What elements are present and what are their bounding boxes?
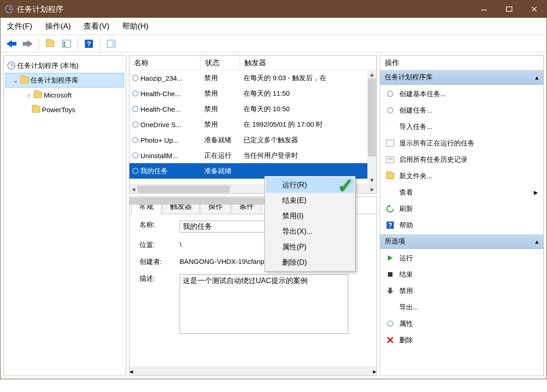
tree-microsoft-label: Microsoft bbox=[44, 91, 72, 99]
svg-marker-20 bbox=[388, 255, 392, 261]
table-row[interactable]: OneDrive S...禁用在 1992/05/01 的 17:00 时 bbox=[129, 117, 377, 132]
table-row[interactable]: Health-Che...禁用在每天的 11:50 bbox=[129, 86, 377, 101]
menu-view[interactable]: 查看(V) bbox=[83, 21, 109, 31]
task-icon bbox=[387, 320, 393, 327]
section-library[interactable]: 任务计划程序库 ▴ bbox=[380, 70, 543, 85]
action-import[interactable]: 导入任务... bbox=[383, 119, 541, 135]
nav-back-button[interactable] bbox=[4, 37, 19, 51]
svg-rect-8 bbox=[63, 45, 65, 46]
action-pane-button[interactable] bbox=[104, 37, 119, 51]
task-list: 名称 状态 触发器 Haozip_234...禁用在每天的 9:03 - 触发后… bbox=[129, 55, 377, 194]
action-create[interactable]: 创建任务... bbox=[383, 102, 541, 119]
selected-actions: 运行 结束 禁用 导出... 属性 删除 bbox=[380, 249, 543, 349]
collapse-icon[interactable]: ▴ bbox=[535, 73, 539, 82]
task-icon bbox=[132, 168, 139, 174]
close-button[interactable] bbox=[521, 0, 547, 18]
table-row[interactable]: Photo+ Up...准备就绪已定义多个触发器 bbox=[129, 132, 377, 148]
minimize-button[interactable] bbox=[471, 0, 496, 18]
tree-library[interactable]: ⌄ 任务计划程序库 bbox=[5, 73, 124, 88]
svg-marker-5 bbox=[23, 40, 33, 47]
action-create-basic[interactable]: 创建基本任务... bbox=[383, 86, 541, 102]
action-new-folder[interactable]: 新文件夹... bbox=[383, 168, 541, 184]
collapse-icon[interactable]: ▴ bbox=[535, 237, 539, 246]
library-actions: 创建基本任务... 创建任务... 导入任务... 显示所有正在运行的任务 启用… bbox=[380, 85, 543, 234]
scroll-left-icon[interactable]: ◂ bbox=[129, 185, 138, 193]
field-desc[interactable] bbox=[180, 274, 348, 334]
context-delete[interactable]: 删除(D) bbox=[266, 255, 354, 270]
scroll-down-icon[interactable]: ▾ bbox=[367, 176, 377, 184]
table-row[interactable]: Haozip_234...禁用在每天的 9:03 - 触发后，在 bbox=[129, 70, 377, 86]
detail-scrollbar[interactable]: ◂▸ bbox=[129, 366, 377, 376]
menu-action[interactable]: 操作(A) bbox=[45, 21, 71, 31]
action-show-running[interactable]: 显示所有正在运行的任务 bbox=[383, 135, 541, 151]
action-help[interactable]: ?帮助 bbox=[383, 217, 541, 233]
context-export[interactable]: 导出(X)... bbox=[266, 224, 354, 239]
task-icon bbox=[132, 152, 139, 159]
lbl-creator: 创建者: bbox=[139, 258, 180, 266]
section-selected[interactable]: 所选项 ▴ bbox=[380, 234, 543, 249]
scheduler-icon bbox=[7, 62, 15, 70]
table-row[interactable]: UninstallM...正在运行当任何用户登录时 bbox=[129, 148, 377, 163]
nav-tree[interactable]: 任务计划程序 (本地) ⌄ 任务计划程序库 › Microsoft PowerT… bbox=[3, 55, 126, 376]
refresh-icon bbox=[386, 205, 395, 213]
svg-text:?: ? bbox=[388, 221, 392, 229]
main-window: 任务计划程序 文件(F) 操作(A) 查看(V) 帮助(H) ? 任务计划程序 … bbox=[0, 0, 547, 379]
titlebar: 任务计划程序 bbox=[0, 0, 547, 18]
svg-marker-22 bbox=[387, 288, 393, 294]
action-disable[interactable]: 禁用 bbox=[383, 283, 541, 299]
task-icon bbox=[132, 137, 139, 143]
menu-help[interactable]: 帮助(H) bbox=[122, 21, 149, 31]
maximize-button[interactable] bbox=[496, 0, 521, 18]
collapse-icon[interactable]: ⌄ bbox=[12, 76, 19, 84]
table-row[interactable]: Health-Che...禁用在每天的 10:50 bbox=[129, 101, 377, 117]
action-end[interactable]: 结束 bbox=[383, 266, 541, 283]
svg-marker-4 bbox=[6, 40, 16, 47]
vertical-scrollbar[interactable]: ▴ ▾ bbox=[367, 70, 377, 184]
scroll-up-icon[interactable]: ▴ bbox=[367, 70, 377, 78]
context-disable[interactable]: 禁用(I) bbox=[266, 208, 354, 224]
app-icon bbox=[5, 5, 13, 13]
svg-rect-21 bbox=[388, 272, 392, 277]
tree-library-label: 任务计划程序库 bbox=[31, 76, 78, 85]
action-props[interactable]: 属性 bbox=[383, 315, 541, 332]
section-library-label: 任务计划程序库 bbox=[385, 73, 433, 82]
task-list-header: 名称 状态 触发器 bbox=[129, 56, 377, 70]
help-button[interactable]: ? bbox=[82, 37, 96, 51]
svg-rect-1 bbox=[506, 7, 512, 11]
task-icon bbox=[387, 91, 393, 97]
svg-rect-13 bbox=[387, 140, 394, 146]
up-level-button[interactable] bbox=[43, 37, 57, 51]
lbl-location: 位置: bbox=[139, 241, 180, 249]
actions-header: 操作 bbox=[380, 56, 543, 70]
tree-root[interactable]: 任务计划程序 (本地) bbox=[5, 58, 124, 73]
folder-icon bbox=[32, 106, 40, 113]
tree-powertoys-label: PowerToys bbox=[42, 106, 75, 113]
action-refresh[interactable]: 刷新 bbox=[383, 201, 541, 217]
nav-forward-button[interactable] bbox=[21, 37, 35, 51]
folder-icon bbox=[34, 92, 42, 98]
context-props[interactable]: 属性(P) bbox=[266, 239, 354, 255]
action-view[interactable]: 查看▸ bbox=[383, 184, 541, 201]
lbl-name: 名称: bbox=[139, 221, 180, 229]
tree-root-label: 任务计划程序 (本地) bbox=[17, 62, 78, 70]
col-name[interactable]: 名称 bbox=[129, 56, 201, 70]
expand-icon[interactable]: › bbox=[26, 91, 32, 99]
task-icon bbox=[132, 90, 139, 97]
svg-rect-7 bbox=[63, 42, 65, 44]
action-export[interactable]: 导出... bbox=[383, 299, 541, 315]
task-icon bbox=[387, 107, 393, 113]
tree-microsoft[interactable]: › Microsoft bbox=[5, 88, 124, 102]
toolbar: ? bbox=[0, 35, 547, 52]
tree-powertoys[interactable]: PowerToys bbox=[5, 102, 124, 117]
chevron-right-icon: ▸ bbox=[534, 187, 538, 197]
action-run[interactable]: 运行 bbox=[383, 250, 541, 266]
lbl-desc: 描述: bbox=[139, 274, 180, 283]
col-trigger[interactable]: 触发器 bbox=[240, 56, 377, 70]
svg-text:?: ? bbox=[87, 40, 91, 47]
action-enable-history[interactable]: 启用所有任务历史记录 bbox=[383, 151, 541, 168]
scroll-right-icon[interactable]: ▸ bbox=[368, 185, 377, 193]
menu-file[interactable]: 文件(F) bbox=[7, 21, 32, 31]
properties-button[interactable] bbox=[59, 37, 74, 51]
action-delete[interactable]: 删除 bbox=[383, 332, 541, 348]
col-state[interactable]: 状态 bbox=[201, 56, 240, 70]
